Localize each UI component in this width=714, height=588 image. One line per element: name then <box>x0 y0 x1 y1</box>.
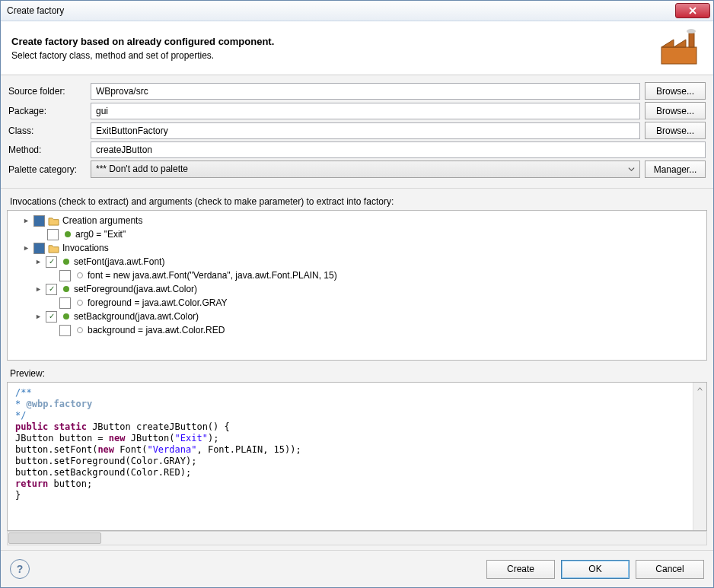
palette-selected-value: *** Don't add to palette <box>96 164 188 174</box>
package-input[interactable] <box>91 103 640 119</box>
tree-background-value[interactable]: background = java.awt.Color.RED <box>9 323 705 337</box>
param-dot-icon <box>65 231 71 237</box>
palette-category-combo[interactable]: *** Don't add to palette <box>91 161 640 178</box>
vertical-scrollbar[interactable] <box>693 383 706 530</box>
tree-arg0[interactable]: arg0 = "Exit" <box>9 227 705 241</box>
expand-toggle[interactable] <box>33 257 43 266</box>
scrollbar-thumb[interactable] <box>8 532 101 544</box>
tree-invocations[interactable]: Invocations <box>9 241 705 255</box>
window-title: Create factory <box>4 5 675 16</box>
code-preview[interactable]: /** * @wbp.factory */ public static JBut… <box>7 382 707 531</box>
value-dot-icon <box>77 300 83 306</box>
close-icon <box>689 7 696 14</box>
checkbox-checked[interactable] <box>46 256 57 268</box>
tree-item-label: foreground = java.awt.Color.GRAY <box>88 297 228 308</box>
palette-label: Palette category: <box>8 164 91 175</box>
checkbox[interactable] <box>47 229 59 240</box>
tree-setfont[interactable]: setFont(java.awt.Font) <box>9 255 705 269</box>
package-browse-button[interactable]: Browse... <box>645 102 706 119</box>
invocations-tree[interactable]: Creation arguments arg0 = "Exit" Invocat… <box>7 210 707 361</box>
method-dot-icon <box>63 259 69 265</box>
dialog-window: Create factory Create factory based on a… <box>0 0 714 588</box>
tree-item-label: Invocations <box>62 243 109 253</box>
tree-item-label: Creation arguments <box>62 215 142 226</box>
code-text: button; <box>48 478 92 489</box>
code-keyword: new <box>109 433 126 443</box>
banner: Create factory based on already configur… <box>1 21 713 75</box>
class-input[interactable] <box>91 122 640 139</box>
code-text: Font( <box>114 444 147 455</box>
form-area: Source folder: Browse... Package: Browse… <box>1 75 713 189</box>
tree-setbackground[interactable]: setBackground(java.awt.Color) <box>9 310 705 323</box>
help-button[interactable]: ? <box>10 559 30 579</box>
checkbox[interactable] <box>59 270 71 281</box>
method-dot-icon <box>63 286 69 292</box>
svg-rect-0 <box>661 47 696 64</box>
code-text: ); <box>208 433 218 443</box>
source-folder-label: Source folder: <box>8 86 91 97</box>
folder-icon <box>48 216 59 226</box>
method-label: Method: <box>8 145 91 155</box>
source-folder-browse-button[interactable]: Browse... <box>645 82 706 100</box>
dialog-footer: ? Create OK Cancel <box>1 550 713 587</box>
class-browse-button[interactable]: Browse... <box>645 122 706 139</box>
code-text: JButton button = <box>15 433 109 443</box>
factory-icon <box>658 29 703 67</box>
preview-section: Preview: /** * @wbp.factory */ public st… <box>1 361 713 550</box>
method-dot-icon <box>63 313 69 319</box>
horizontal-scrollbar[interactable] <box>7 531 707 545</box>
titlebar: Create factory <box>1 1 713 21</box>
code-text: JButton createJButton() { <box>87 421 230 432</box>
value-dot-icon <box>77 327 83 333</box>
code-string: "Verdana" <box>147 444 196 455</box>
create-button[interactable]: Create <box>486 560 555 579</box>
code-line: button.setForeground(Color.GRAY); <box>15 456 196 466</box>
checkbox[interactable] <box>33 215 45 227</box>
tree-section: Invocations (check to extract) and argum… <box>1 189 713 361</box>
code-string: "Exit" <box>175 433 208 443</box>
source-folder-input[interactable] <box>91 83 640 100</box>
code-keyword: return <box>15 478 48 489</box>
expand-toggle[interactable] <box>21 216 30 225</box>
tree-setforeground[interactable]: setForeground(java.awt.Color) <box>9 282 705 296</box>
close-button[interactable] <box>675 3 710 18</box>
code-keyword: public static <box>15 421 87 432</box>
expand-toggle[interactable] <box>33 284 43 294</box>
checkbox-checked[interactable] <box>46 284 57 295</box>
checkbox-checked[interactable] <box>46 311 57 323</box>
checkbox[interactable] <box>33 243 45 254</box>
value-dot-icon <box>77 272 83 278</box>
code-text: button.setFont( <box>15 444 97 455</box>
chevron-down-icon <box>628 166 635 173</box>
tree-creation-arguments[interactable]: Creation arguments <box>9 214 705 227</box>
tree-item-label: setFont(java.awt.Font) <box>74 256 164 267</box>
banner-heading: Create factory based on already configur… <box>11 36 658 47</box>
tree-item-label: background = java.awt.Color.RED <box>88 325 225 335</box>
code-line: /** <box>15 387 32 398</box>
svg-rect-3 <box>689 33 694 47</box>
cancel-button[interactable]: Cancel <box>636 560 704 579</box>
checkbox[interactable] <box>59 325 71 336</box>
tree-item-label: font = new java.awt.Font("Verdana", java… <box>88 270 337 281</box>
checkbox[interactable] <box>59 297 71 309</box>
tree-item-label: setForeground(java.awt.Color) <box>74 284 197 294</box>
ok-button[interactable]: OK <box>561 560 630 579</box>
code-line: button.setBackground(Color.RED); <box>15 467 191 478</box>
code-line: */ <box>15 410 26 421</box>
preview-label: Preview: <box>10 368 704 379</box>
palette-manager-button[interactable]: Manager... <box>645 161 706 178</box>
package-label: Package: <box>8 106 91 116</box>
svg-point-4 <box>687 29 696 33</box>
code-text: JButton( <box>126 433 175 443</box>
class-label: Class: <box>8 126 91 136</box>
tree-foreground-value[interactable]: foreground = java.awt.Color.GRAY <box>9 296 705 310</box>
expand-toggle[interactable] <box>21 243 30 253</box>
method-input[interactable] <box>91 141 706 158</box>
svg-marker-1 <box>661 40 674 47</box>
expand-toggle[interactable] <box>33 312 43 321</box>
tree-item-label: arg0 = "Exit" <box>75 229 126 240</box>
svg-marker-2 <box>674 40 686 47</box>
tree-item-label: setBackground(java.awt.Color) <box>74 311 199 322</box>
tree-font-value[interactable]: font = new java.awt.Font("Verdana", java… <box>9 269 705 282</box>
scroll-up-icon[interactable] <box>693 383 706 396</box>
